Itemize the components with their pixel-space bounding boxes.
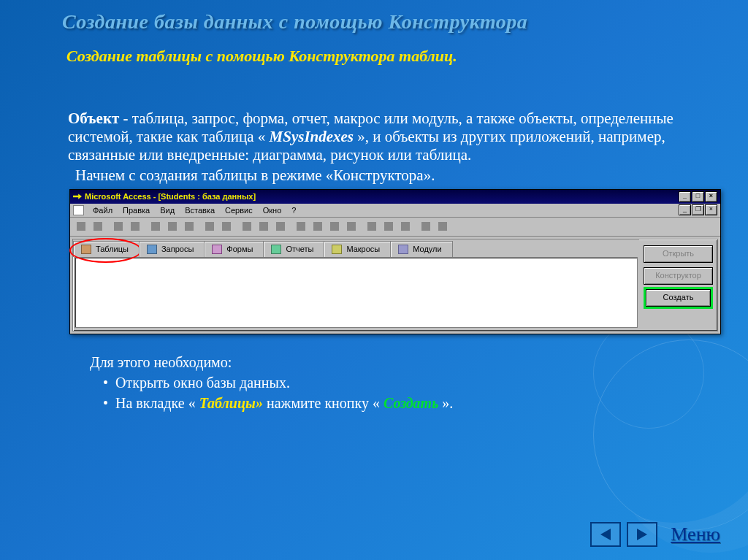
toolbar: [70, 218, 720, 237]
table-icon: [81, 245, 91, 254]
menu-edit[interactable]: Правка: [118, 204, 154, 216]
arrow-right-icon: [637, 529, 647, 540]
minimize-button[interactable]: _: [679, 191, 691, 202]
object-tabs: Таблицы Запросы Формы Отчеты: [73, 239, 639, 257]
arrow-left-icon: [600, 529, 611, 540]
bullet-2c: нажмите кнопку «: [263, 395, 383, 411]
tab-reports[interactable]: Отчеты: [263, 241, 324, 257]
tab-modules-label: Модули: [413, 245, 441, 253]
bullet-2-tables: Таблицы»: [199, 395, 263, 411]
access-window: Microsoft Access - [Students : база данн…: [69, 189, 721, 334]
bullet-1: Открыть окно базы данных.: [115, 375, 290, 391]
design-button[interactable]: Конструктор: [644, 267, 713, 285]
msysindexes: MSysIndexes: [270, 128, 354, 145]
toolbar-button[interactable]: [164, 219, 180, 234]
maximize-button[interactable]: □: [692, 191, 704, 202]
paragraph-1: Объект - таблица, запрос, форма, отчет, …: [68, 110, 704, 165]
menu-file[interactable]: Файл: [88, 204, 117, 216]
tab-macros-label: Макросы: [346, 245, 380, 253]
tab-forms[interactable]: Формы: [204, 241, 264, 257]
mdi-close-button[interactable]: ×: [705, 204, 717, 215]
report-icon: [271, 245, 281, 254]
mdi-minimize-button[interactable]: _: [679, 204, 691, 215]
bullet-2e: ».: [438, 395, 453, 411]
tab-tables-label: Таблицы: [96, 245, 129, 253]
toolbar-button[interactable]: [181, 219, 197, 234]
toolbar-button[interactable]: [202, 219, 218, 234]
database-window: Таблицы Запросы Формы Отчеты: [72, 239, 718, 331]
query-icon: [147, 245, 157, 254]
toolbar-button[interactable]: [327, 219, 343, 234]
open-button[interactable]: Открыть: [644, 245, 713, 263]
menu-view[interactable]: Вид: [156, 204, 179, 216]
toolbar-button[interactable]: [90, 219, 106, 234]
menu-help[interactable]: ?: [287, 204, 300, 216]
slide-title: Создание базы данных с помощью Конструкт…: [62, 10, 704, 34]
prev-button[interactable]: [590, 522, 621, 547]
tab-reports-label: Отчеты: [286, 245, 313, 253]
toolbar-button[interactable]: [364, 219, 380, 234]
tab-macros[interactable]: Макросы: [324, 241, 391, 257]
menu-tools[interactable]: Сервис: [221, 204, 257, 216]
macro-icon: [332, 245, 342, 254]
toolbar-button[interactable]: [73, 219, 89, 234]
toolbar-button[interactable]: [418, 219, 434, 234]
toolbar-button[interactable]: [343, 219, 359, 234]
toolbar-button[interactable]: [110, 219, 126, 234]
toolbar-button[interactable]: [272, 219, 289, 234]
toolbar-button[interactable]: [397, 219, 413, 234]
titlebar: Microsoft Access - [Students : база данн…: [70, 190, 720, 204]
instructions-lead: Для этого необходимо:: [90, 352, 704, 372]
toolbar-button[interactable]: [148, 219, 164, 234]
next-button[interactable]: [627, 522, 657, 547]
toolbar-button[interactable]: [239, 219, 255, 234]
toolbar-button[interactable]: [256, 219, 272, 234]
create-button[interactable]: Создать: [646, 289, 711, 307]
toolbar-button[interactable]: [310, 219, 326, 234]
bullet-2a: На вкладке «: [115, 395, 199, 411]
tab-forms-label: Формы: [226, 245, 253, 253]
slide-subtitle: Создание таблицы с помощью Конструктора …: [66, 47, 704, 66]
toolbar-button[interactable]: [381, 219, 397, 234]
toolbar-button[interactable]: [435, 219, 451, 234]
tab-queries[interactable]: Запросы: [139, 241, 205, 257]
toolbar-button[interactable]: [293, 219, 309, 234]
mdi-restore-button[interactable]: ❐: [692, 204, 704, 215]
bullet-2-create: Создать: [383, 395, 438, 411]
menu-window[interactable]: Окно: [259, 204, 286, 216]
menubar: Файл Правка Вид Вставка Сервис Окно ? _ …: [70, 204, 720, 218]
object-list[interactable]: [75, 257, 638, 328]
highlight-box: Создать: [644, 287, 713, 309]
tab-queries-label: Запросы: [161, 245, 194, 253]
document-icon: [73, 205, 84, 215]
menu-insert[interactable]: Вставка: [180, 204, 219, 216]
paragraph-2: Начнем с создания таблицы в режиме «Конс…: [75, 166, 704, 185]
object-label: Объект -: [68, 110, 132, 127]
toolbar-button[interactable]: [218, 219, 234, 234]
instructions: Для этого необходимо: • Открыть окно баз…: [90, 352, 704, 413]
close-button[interactable]: ×: [705, 191, 717, 202]
window-title: Microsoft Access - [Students : база данн…: [85, 192, 256, 201]
form-icon: [212, 245, 222, 254]
module-icon: [398, 245, 408, 254]
menu-link[interactable]: Меню: [671, 523, 720, 545]
tab-tables[interactable]: Таблицы: [73, 241, 140, 257]
toolbar-button[interactable]: [127, 219, 143, 234]
key-icon: [73, 192, 82, 201]
tab-modules[interactable]: Модули: [390, 241, 452, 257]
